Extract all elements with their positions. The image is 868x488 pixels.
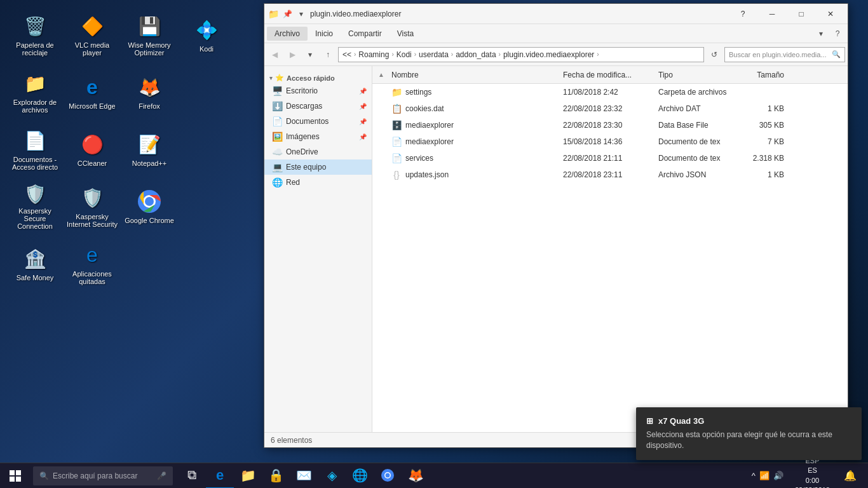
menu-vista[interactable]: Vista [390,27,421,41]
menu-compartir[interactable]: Compartir [341,27,390,41]
expand-icon: ▾ [269,75,273,81]
breadcrumb-plugin[interactable]: plugin.video.mediaexplorer [503,50,594,59]
notification-popup[interactable]: ⊞ x7 Quad 3G Selecciona esta opción para… [636,407,862,460]
desktop-icon-notepad[interactable]: 📝 Notepad++ [121,121,178,178]
explorer-window: 📁 📌 ▾ plugin.video.mediaexplorer ? ─ □ ✕… [264,3,848,448]
breadcrumb-kodi[interactable]: Kodi [397,50,412,59]
systray-icons[interactable]: ^ 📶 🔊 [748,471,787,480]
down-arrow-icon[interactable]: ▾ [295,8,308,20]
col-name-label: Nombre [391,71,419,79]
desktop-icon-firefox[interactable]: 🦊 Firefox [121,64,178,121]
search-box[interactable]: Buscar en plugin.video.media... 🔍 [724,47,845,62]
taskbar-security[interactable]: 🔒 [262,463,290,489]
desktop-icon-kaspersky-internet[interactable]: 🛡️ Kaspersky Internet Security [64,178,121,235]
pin-icon: 📌 [359,88,367,95]
taskbar-search[interactable]: 🔍 Escribe aquí para buscar 🎤 [33,466,173,485]
desktop-icon-file-explorer[interactable]: 📁 Explorador de archivos [6,64,64,121]
taskbar-chrome[interactable] [374,463,402,489]
file-name-cell: 🗄️ mediaexplorer [388,120,559,130]
table-row[interactable]: {} updates.json 22/08/2018 23:11 Archivo… [372,166,848,183]
quick-access-icon[interactable]: 📌 [281,8,294,20]
recent-button[interactable]: ▾ [302,47,318,62]
svg-rect-6 [10,477,15,482]
taskbar-firefox[interactable]: 🦊 [402,463,430,489]
sidebar-item-este-equipo[interactable]: 💻 Este equipo [264,159,372,175]
table-row[interactable]: 🗄️ mediaexplorer 22/08/2018 23:30 Data B… [372,117,848,133]
back-button[interactable]: ◀ [267,47,282,62]
col-header-name[interactable]: Nombre [388,66,559,83]
explorer-body: ▾ ⭐ Acceso rápido 🖥️ Escritorio 📌 ⬇️ Des… [264,66,848,432]
col-header-type[interactable]: Tipo [654,66,737,83]
breadcrumb-roaming[interactable]: Roaming [358,50,389,59]
breadcrumb-userdata[interactable]: userdata [419,50,449,59]
taskbar-kodi[interactable]: ◈ [318,463,346,489]
kaspersky-internet-icon: 🛡️ [79,185,105,210]
taskbar-file-explorer[interactable]: 📁 [234,463,262,489]
desktop-icon-safe-money[interactable]: 🏦 Safe Money [6,235,64,292]
desktop-icon-label: VLC media player [66,41,118,57]
forward-button[interactable]: ▶ [285,47,300,62]
file-date-cell: 22/08/2018 23:11 [559,170,654,179]
help-menu-icon[interactable]: ? [830,26,845,41]
maximize-button[interactable]: □ [787,4,816,24]
column-headers: ▲ Nombre Fecha de modifica... Tipo Tamañ… [372,66,848,84]
breadcrumb-addon-data[interactable]: addon_data [456,50,496,59]
up-button[interactable]: ↑ [320,47,336,62]
desktop-icon-kaspersky-secure[interactable]: 🛡️ Kaspersky Secure Connection [6,178,64,235]
close-button[interactable]: ✕ [816,4,845,24]
title-bar-folder-icon: 📁 [267,8,280,20]
menu-expand-icon[interactable]: ▾ [813,26,829,41]
time-display: 0:00 [795,476,830,485]
desktop-icon-label: Firefox [139,102,160,110]
taskbar: 🔍 Escribe aquí para buscar 🎤 ⧉ e 📁 🔒 ✉️ … [0,463,868,488]
address-refresh-button[interactable]: ↺ [707,47,722,62]
taskbar-task-view[interactable]: ⧉ [178,463,206,489]
sidebar-item-imagenes[interactable]: 🖼️ Imágenes 📌 [264,129,372,144]
sidebar-item-escritorio[interactable]: 🖥️ Escritorio 📌 [264,83,372,98]
desktop-icon-wise[interactable]: 💾 Wise Memory Optimizer [121,6,178,64]
table-row[interactable]: 📁 settings 11/08/2018 2:42 Carpeta de ar… [372,84,848,100]
notepad-icon: 📝 [137,132,162,157]
desktop-icon-recycle-bin[interactable]: 🗑️ Papelera de reciclaje [6,6,64,64]
address-path[interactable]: << › Roaming › Kodi › userdata › addon_d… [338,47,704,62]
file-date-cell: 22/08/2018 23:30 [559,121,654,130]
desktop-icon-edge[interactable]: e Microsoft Edge [64,64,121,121]
table-row[interactable]: 📄 mediaexplorer 15/08/2018 14:36 Documen… [372,133,848,150]
sidebar-item-label: Este equipo [286,163,326,172]
sidebar-item-onedrive[interactable]: ☁️ OneDrive [264,144,372,159]
menu-bar-right: ▾ ? [813,26,845,41]
notification-button[interactable]: 🔔 [837,463,863,489]
table-row[interactable]: 📋 cookies.dat 22/08/2018 23:32 Archivo D… [372,100,848,117]
sidebar-item-documentos[interactable]: 📄 Documentos 📌 [264,114,372,129]
desktop-icon-vlc[interactable]: 🔶 VLC media player [64,6,121,64]
date-display: 23/08/2018 [795,485,830,488]
taskbar-apps: ⧉ e 📁 🔒 ✉️ ◈ 🌐 🦊 [178,463,430,489]
svg-point-10 [386,473,390,477]
desktop-icon-kodi[interactable]: 💠 Kodi [178,6,235,64]
sidebar-item-descargas[interactable]: ⬇️ Descargas 📌 [264,98,372,114]
taskbar-edge[interactable]: e [206,463,234,489]
col-header-size[interactable]: Tamaño [737,66,788,83]
desktop-icon-ccleaner[interactable]: 🔴 CCleaner [64,121,121,178]
desktop-icon-chrome[interactable]: Google Chrome [121,178,178,235]
sidebar-item-red[interactable]: 🌐 Red [264,175,372,190]
table-row[interactable]: 📄 services 22/08/2018 21:11 Documento de… [372,150,848,166]
desktop-icon-apps-removed[interactable]: e Aplicaciones quitadas [64,235,121,292]
menu-inicio[interactable]: Inicio [308,27,341,41]
start-button[interactable] [0,463,31,489]
sort-up-icon: ▲ [378,71,384,78]
desktop-icon-label: Google Chrome [125,217,174,224]
minimize-button[interactable]: ─ [757,4,787,24]
search-icon: 🔍 [832,50,841,58]
taskbar-mail[interactable]: ✉️ [290,463,318,489]
chrome-icon [137,189,162,214]
col-header-date[interactable]: Fecha de modifica... [559,66,654,83]
taskbar-network[interactable]: 🌐 [346,463,374,489]
help-button[interactable]: ? [728,4,757,24]
desktop-icon-label: Wise Memory Optimizer [123,41,175,57]
menu-archivo[interactable]: Archivo [267,27,308,41]
sidebar-acceso-rapido-header[interactable]: ▾ ⭐ Acceso rápido [264,70,372,83]
desktop-icon-documents[interactable]: 📄 Documentos - Acceso directo [6,121,64,178]
file-type-cell: Archivo JSON [654,170,737,179]
file-type-cell: Carpeta de archivos [654,88,737,97]
